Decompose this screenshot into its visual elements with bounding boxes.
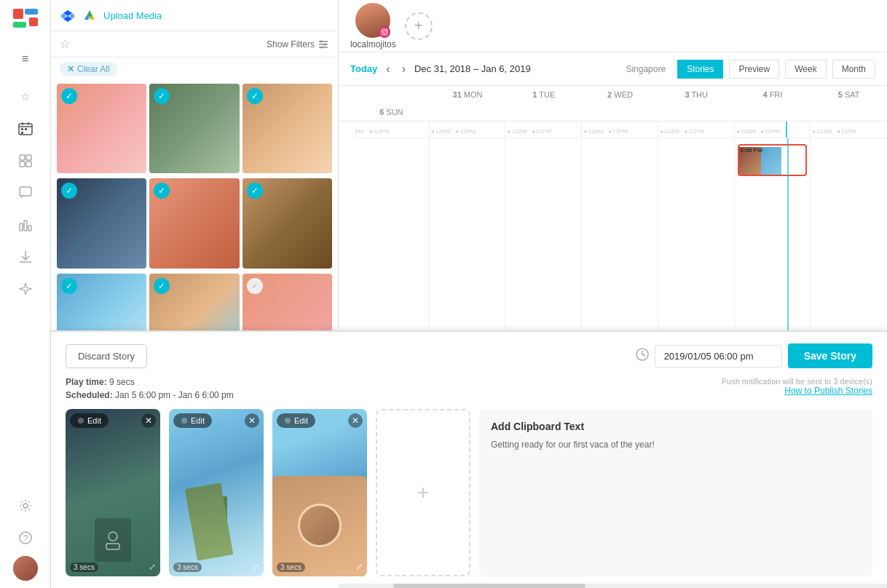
story-panel: Discard Story Save Story Play time: 9 xyxy=(51,330,887,588)
date-range-label: Dec 31, 2018 – Jan 6, 2019 xyxy=(414,63,620,74)
slide-edit-button-1[interactable]: Edit xyxy=(70,413,109,428)
grid-item[interactable]: ✓ xyxy=(57,178,146,268)
story-slide-1[interactable]: Edit ✕ 3 secs ⤢ xyxy=(66,409,160,576)
discard-story-button[interactable]: Discard Story xyxy=(66,344,147,368)
svg-point-21 xyxy=(23,504,28,508)
calendar-panel: localmojitos + Today ‹ › Dec 31, 2018 – … xyxy=(339,0,887,588)
grid-item[interactable]: ✓ xyxy=(57,84,146,173)
scrollbar-thumb xyxy=(393,584,586,588)
save-story-button[interactable]: Save Story xyxy=(788,343,872,368)
day-headers: 31 MON 1 TUE 2 WED 3 THU 4 FRI 5 SAT 6 S… xyxy=(339,86,887,122)
svg-point-29 xyxy=(321,46,323,48)
svg-rect-2 xyxy=(13,22,26,28)
help-icon[interactable]: ? xyxy=(12,524,39,552)
datetime-input[interactable] xyxy=(655,345,782,368)
day-header-sat: 5 SAT xyxy=(811,86,887,103)
check-icon: ✓ xyxy=(61,183,77,199)
check-icon: ✓ xyxy=(247,88,263,104)
day-header-sun: 6 SUN xyxy=(353,103,430,121)
story-slide-3[interactable]: Edit ✕ 3 secs ⤢ xyxy=(272,409,367,576)
user-avatar[interactable] xyxy=(13,556,38,581)
svg-rect-15 xyxy=(20,187,31,196)
svg-rect-16 xyxy=(20,223,23,231)
next-button[interactable]: › xyxy=(399,61,409,77)
svg-point-31 xyxy=(383,31,386,33)
grid-item[interactable]: ✓ xyxy=(149,178,239,268)
clear-all-button[interactable]: ✕ Clear All xyxy=(60,62,117,76)
add-account-button[interactable]: + xyxy=(405,12,433,40)
account-avatar-wrap[interactable] xyxy=(355,3,390,38)
story-calendar-item[interactable]: 6:00 PM xyxy=(738,144,808,176)
story-slide-2[interactable]: Edit ✕ 3 secs ⤢ xyxy=(169,409,264,576)
message-icon[interactable] xyxy=(12,179,39,207)
grid-icon[interactable] xyxy=(12,147,39,175)
slide-expand-icon-1[interactable]: ⤢ xyxy=(149,562,156,572)
time-markers-col: ◂ 12AM ◂ 12PM xyxy=(811,122,887,138)
slide-expand-icon-3[interactable]: ⤢ xyxy=(355,562,363,572)
view-week-button[interactable]: Week xyxy=(785,60,826,79)
grid-item[interactable]: ✓ xyxy=(243,178,332,268)
sidebar-bottom: ? xyxy=(12,492,39,581)
story-meta: Play time: 9 secs Scheduled: Jan 5 6:00 … xyxy=(66,377,872,400)
check-icon: ✓ xyxy=(154,88,170,104)
day-header-thu: 3 THU xyxy=(658,86,735,103)
slide-duration-3: 3 secs xyxy=(277,563,305,572)
star-icon[interactable]: ☆ xyxy=(12,83,39,111)
slide-edit-button-3[interactable]: Edit xyxy=(277,413,315,428)
story-meta-right: Push notification will be sent to 3 devi… xyxy=(722,377,872,396)
push-notification-label: Push notification will be sent to 3 devi… xyxy=(722,377,872,386)
svg-rect-14 xyxy=(26,162,31,167)
svg-point-39 xyxy=(181,418,187,424)
star-filter-icon[interactable]: ☆ xyxy=(60,37,70,51)
svg-rect-3 xyxy=(29,17,38,26)
drive-icon[interactable] xyxy=(82,7,98,23)
slide-close-button-3[interactable]: ✕ xyxy=(348,413,363,428)
current-time-indicator xyxy=(786,122,787,138)
sidebar: ≡ ☆ xyxy=(0,0,51,588)
svg-rect-11 xyxy=(20,155,25,160)
horizontal-scrollbar[interactable] xyxy=(339,584,887,588)
view-preview-button[interactable]: Preview xyxy=(729,60,779,79)
slide-expand-icon-2[interactable]: ⤢ xyxy=(252,562,259,572)
time-markers-col: ◂ 12AM ◂ 12PM xyxy=(430,122,506,138)
slide-close-button-1[interactable]: ✕ xyxy=(141,413,156,428)
view-stories-button[interactable]: Stories xyxy=(677,60,723,79)
bar-chart-icon[interactable] xyxy=(12,211,39,239)
slide-edit-button-2[interactable]: Edit xyxy=(173,413,212,428)
calendar-icon[interactable] xyxy=(12,115,39,143)
svg-rect-37 xyxy=(106,544,119,549)
grid-item[interactable]: ✓ xyxy=(149,84,239,173)
clear-all-bar: ✕ Clear All xyxy=(51,57,338,81)
scheduled-label: Scheduled: Jan 5 6:00 pm - Jan 6 6:00 pm xyxy=(66,390,234,400)
filter-bar: ☆ Show Filters xyxy=(51,31,338,57)
slide-overlay-3: Edit ✕ xyxy=(272,409,367,432)
settings-icon[interactable] xyxy=(12,492,39,520)
check-icon: ✓ xyxy=(154,183,170,199)
check-icon: ✓ xyxy=(154,278,170,294)
slide-close-button-2[interactable]: ✕ xyxy=(245,413,259,428)
dropbox-icon[interactable] xyxy=(60,7,76,23)
calendar-toolbar: Today ‹ › Dec 31, 2018 – Jan 6, 2019 Sin… xyxy=(339,52,887,86)
sparkle-icon[interactable] xyxy=(12,275,39,303)
play-time-label: Play time: 9 secs xyxy=(66,377,234,387)
grid-item[interactable]: ✓ xyxy=(243,84,332,173)
check-icon: ✓ xyxy=(247,183,263,199)
view-month-button[interactable]: Month xyxy=(832,60,875,79)
app-logo[interactable] xyxy=(12,7,39,35)
account-name: localmojitos xyxy=(350,39,396,49)
add-slide-button[interactable]: + xyxy=(376,409,470,576)
add-slide-plus-icon: + xyxy=(417,481,429,504)
upload-media-link[interactable]: Upload Media xyxy=(103,10,162,21)
menu-icon[interactable]: ≡ xyxy=(12,45,39,73)
story-slides: Edit ✕ 3 secs ⤢ Edit ✕ xyxy=(66,409,872,576)
svg-point-40 xyxy=(285,418,291,424)
time-markers-col: ◂ 12AM ◂ 12PM xyxy=(505,122,582,138)
how-to-publish-link[interactable]: How to Publish Stories xyxy=(722,386,872,396)
story-panel-header: Discard Story Save Story xyxy=(66,343,872,368)
download-icon[interactable] xyxy=(12,243,39,271)
show-filters-button[interactable]: Show Filters xyxy=(267,39,329,50)
today-button[interactable]: Today xyxy=(350,63,377,74)
clipboard-title: Add Clipboard Text xyxy=(491,421,861,432)
prev-button[interactable]: ‹ xyxy=(383,61,393,77)
time-markers-col: AM ◂ 12PM xyxy=(353,122,430,138)
